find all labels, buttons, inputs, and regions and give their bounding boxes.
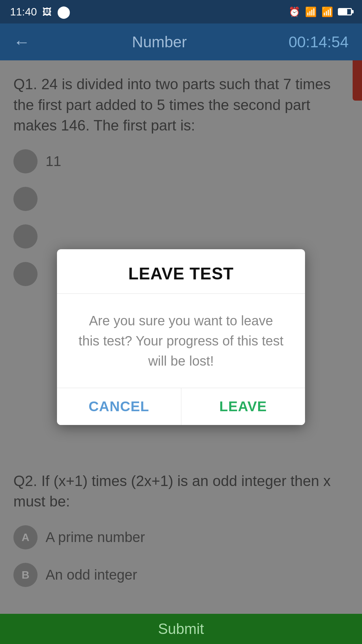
signal2-icon: 📶	[321, 6, 333, 17]
circle-icon: ⬤	[57, 5, 70, 19]
back-button[interactable]: ←	[13, 32, 30, 52]
status-bar-right: ⏰ 📶 📶	[289, 6, 352, 17]
dialog-body: Are you sure you want to leave this test…	[57, 294, 305, 388]
dialog-title-section: LEAVE TEST	[57, 249, 305, 294]
app-bar: ← Number 00:14:54	[0, 23, 362, 60]
dialog-overlay: LEAVE TEST Are you sure you want to leav…	[0, 60, 362, 614]
time-display: 11:40	[10, 6, 37, 18]
alarm-icon: ⏰	[289, 6, 300, 17]
timer-display: 00:14:54	[289, 33, 349, 51]
cancel-button[interactable]: CANCEL	[57, 388, 181, 425]
submit-label: Submit	[158, 621, 204, 637]
dialog-actions: CANCEL LEAVE	[57, 388, 305, 425]
submit-bar[interactable]: Submit	[0, 614, 362, 644]
dialog-title: LEAVE TEST	[128, 264, 234, 283]
signal-icon: 📶	[305, 6, 317, 17]
battery-icon	[338, 8, 352, 15]
leave-button[interactable]: LEAVE	[181, 388, 305, 425]
status-bar: 11:40 🖼 ⬤ ⏰ 📶 📶	[0, 0, 362, 23]
image-icon: 🖼	[42, 6, 52, 17]
page-title: Number	[132, 33, 187, 51]
leave-test-dialog: LEAVE TEST Are you sure you want to leav…	[57, 249, 305, 425]
status-bar-left: 11:40 🖼 ⬤	[10, 5, 70, 19]
dialog-message: Are you sure you want to leave this test…	[78, 313, 283, 368]
main-content: Q1. 24 is divided into two parts such th…	[0, 60, 362, 614]
